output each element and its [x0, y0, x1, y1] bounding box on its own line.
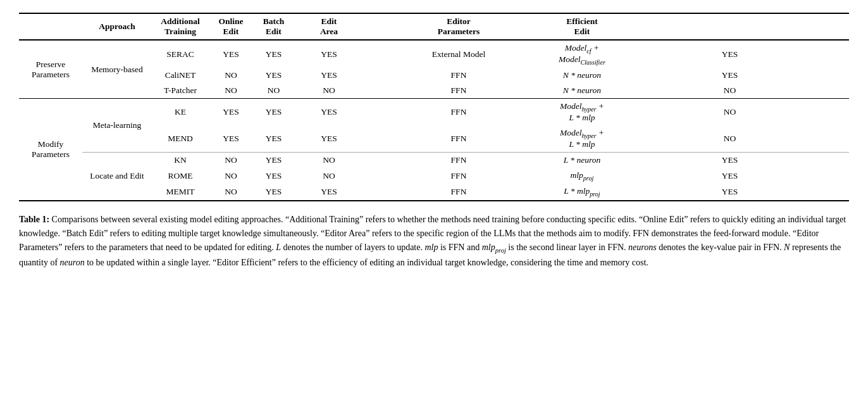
params-mend: Modelhyper + L * mlp [554, 125, 611, 152]
params-kn: L * neuron [554, 152, 611, 168]
approach-kn: KN [152, 152, 209, 168]
batch-tpatcher: NO [294, 83, 364, 99]
col-header-efficient-edit: EfficientEdit [554, 13, 611, 40]
col-header-approach: Approach [82, 13, 152, 40]
add-train-serac: YES [209, 40, 253, 68]
efficient-memit: YES [611, 184, 849, 201]
comparison-table-container: Approach AdditionalTraining OnlineEdit B… [19, 13, 849, 201]
params-serac: Modelcf + ModelClassifier [554, 40, 611, 68]
approach-mend: MEND [152, 125, 209, 152]
caption-mlpproj: mlpproj [482, 243, 506, 252]
area-calinet: FFN [364, 68, 554, 83]
efficient-mend: NO [611, 125, 849, 152]
area-ke: FFN [364, 99, 554, 125]
area-rome: FFN [364, 168, 554, 184]
area-memit: FFN [364, 184, 554, 201]
online-mend: YES [253, 125, 294, 152]
online-ke: YES [253, 99, 294, 125]
efficient-ke: NO [611, 99, 849, 125]
online-calinet: YES [253, 68, 294, 83]
params-calinet: N * neuron [554, 68, 611, 83]
col-header-edit-area: EditArea [294, 13, 364, 40]
comparison-table: Approach AdditionalTraining OnlineEdit B… [19, 13, 849, 201]
params-memit: L * mlpproj [554, 184, 611, 201]
batch-calinet: YES [294, 68, 364, 83]
add-train-tpatcher: NO [209, 83, 253, 99]
group-label-modify: ModifyParameters [19, 99, 82, 201]
table-row: Locate and Edit KN NO YES NO FFN L * neu… [19, 152, 849, 168]
online-memit: YES [253, 184, 294, 201]
table-caption: Table 1: Comparisons between several exi… [19, 213, 849, 269]
col-header-additional-training: AdditionalTraining [152, 13, 209, 40]
approach-calinet: CaliNET [152, 68, 209, 83]
caption-text-3: is FFN and [438, 243, 481, 252]
batch-mend: YES [294, 125, 364, 152]
area-mend: FFN [364, 125, 554, 152]
approach-serac: SERAC [152, 40, 209, 68]
approach-memit: MEMIT [152, 184, 209, 201]
batch-serac: YES [294, 40, 364, 68]
batch-rome: NO [294, 168, 364, 184]
add-train-memit: NO [209, 184, 253, 201]
col-header-empty [19, 13, 82, 40]
efficient-rome: YES [611, 168, 849, 184]
caption-n: N [784, 243, 790, 252]
params-rome: mlpproj [554, 168, 611, 184]
table-row: ModifyParameters Meta-learning KE YES YE… [19, 99, 849, 125]
col-header-editor-parameters: EditorParameters [364, 13, 554, 40]
table-row: PreserveParameters Memory-based SERAC YE… [19, 40, 849, 68]
sub-label-meta: Meta-learning [82, 99, 152, 152]
efficient-calinet: YES [611, 68, 849, 83]
group-label-preserve: PreserveParameters [19, 40, 82, 99]
col-header-online-edit: OnlineEdit [209, 13, 253, 40]
caption-text-4: is the second linear layer in FFN. [506, 243, 628, 252]
approach-ke: KE [152, 99, 209, 125]
area-kn: FFN [364, 152, 554, 168]
batch-kn: NO [294, 152, 364, 168]
caption-text-5: denotes the key-value pair in FFN. [657, 243, 784, 252]
caption-neurons: neurons [628, 243, 657, 252]
online-rome: YES [253, 168, 294, 184]
caption-mlp: mlp [425, 243, 438, 252]
caption-l: L [276, 243, 281, 252]
efficient-serac: YES [611, 40, 849, 68]
caption-label: Table 1: [19, 215, 49, 224]
params-ke: Modelhyper + L * mlp [554, 99, 611, 125]
efficient-tpatcher: NO [611, 83, 849, 99]
caption-neuron: neuron [60, 258, 85, 267]
efficient-kn: YES [611, 152, 849, 168]
caption-text-7: to be updated within a single layer. “Ed… [85, 258, 648, 267]
online-tpatcher: NO [253, 83, 294, 99]
add-train-ke: YES [209, 99, 253, 125]
batch-ke: YES [294, 99, 364, 125]
add-train-rome: NO [209, 168, 253, 184]
approach-tpatcher: T-Patcher [152, 83, 209, 99]
online-serac: YES [253, 40, 294, 68]
online-kn: YES [253, 152, 294, 168]
params-tpatcher: N * neuron [554, 83, 611, 99]
area-serac: External Model [364, 40, 554, 68]
add-train-kn: NO [209, 152, 253, 168]
col-header-batch-edit: BatchEdit [253, 13, 294, 40]
batch-memit: YES [294, 184, 364, 201]
add-train-mend: YES [209, 125, 253, 152]
sub-label-locate: Locate and Edit [82, 152, 152, 201]
caption-text-2: denotes the number of layers to update. [281, 243, 425, 252]
sub-label-memory: Memory-based [82, 40, 152, 99]
approach-rome: ROME [152, 168, 209, 184]
add-train-calinet: NO [209, 68, 253, 83]
area-tpatcher: FFN [364, 83, 554, 99]
